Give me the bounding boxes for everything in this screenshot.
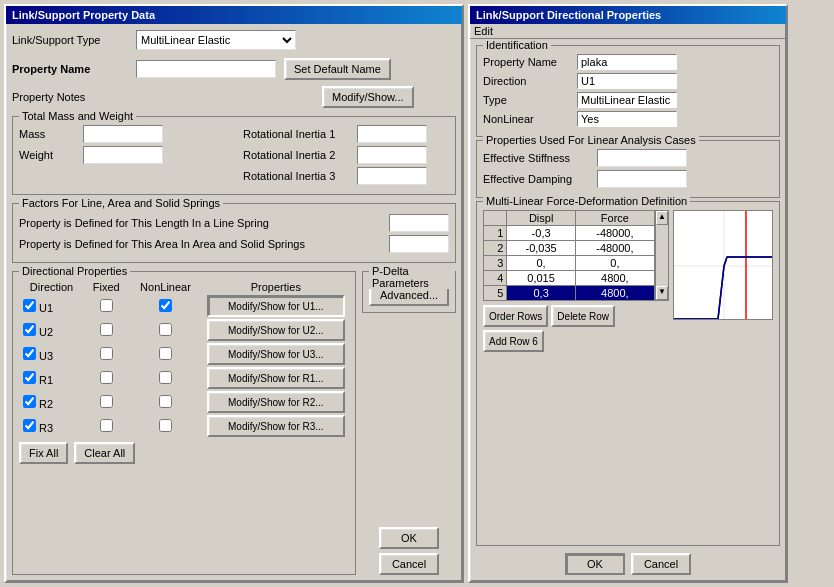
ml-row-num: 3 bbox=[484, 256, 507, 271]
nonlinear-check-U1[interactable] bbox=[159, 299, 172, 312]
factors-title: Factors For Line, Area and Solid Springs bbox=[19, 197, 223, 209]
fixed-check-R3[interactable] bbox=[100, 419, 113, 432]
nonlinear-check-U2[interactable] bbox=[159, 323, 172, 336]
ml-row-num: 5 bbox=[484, 286, 507, 301]
linear-analysis-title: Properties Used For Linear Analysis Case… bbox=[483, 134, 699, 146]
rot2-label: Rotational Inertia 2 bbox=[243, 149, 353, 161]
type-label: Link/Support Type bbox=[12, 34, 132, 46]
scroll-up-btn[interactable]: ▲ bbox=[656, 211, 668, 225]
scroll-down-btn[interactable]: ▼ bbox=[656, 286, 668, 300]
fixed-check-U1[interactable] bbox=[100, 299, 113, 312]
nonlinear-check-R2[interactable] bbox=[159, 395, 172, 408]
fixed-check-R2[interactable] bbox=[100, 395, 113, 408]
r-direction-label: Direction bbox=[483, 75, 573, 87]
dir-check-U1[interactable] bbox=[23, 299, 36, 312]
modify-show-U2-btn[interactable]: Modify/Show for U2... bbox=[207, 319, 345, 341]
dir-check-R3[interactable] bbox=[23, 419, 36, 432]
dir-label-R3: R3 bbox=[36, 422, 53, 434]
modify-show-R2-btn[interactable]: Modify/Show for R2... bbox=[207, 391, 345, 413]
ml-row-displ[interactable]: -0,035 bbox=[507, 241, 575, 256]
dir-label-U3: U3 bbox=[36, 350, 53, 362]
table-scrollbar[interactable]: ▲ ▼ bbox=[655, 210, 669, 301]
modify-show-U3-btn[interactable]: Modify/Show for U3... bbox=[207, 343, 345, 365]
area-spring-input[interactable]: 1. bbox=[389, 235, 449, 253]
r-type-value: MultiLinear Elastic bbox=[577, 92, 677, 108]
directional-title: Directional Properties bbox=[19, 265, 130, 277]
fixed-check-R1[interactable] bbox=[100, 371, 113, 384]
ml-row-displ[interactable]: 0,3 bbox=[507, 286, 575, 301]
modify-show-R1-btn[interactable]: Modify/Show for R1... bbox=[207, 367, 345, 389]
dir-check-U2[interactable] bbox=[23, 323, 36, 336]
rot3-input[interactable]: 0,01 bbox=[357, 167, 427, 185]
menu-bar[interactable]: Edit bbox=[470, 24, 786, 39]
stiffness-label: Effective Stiffness bbox=[483, 152, 593, 164]
modify-show-U1-btn[interactable]: Modify/Show for U1... bbox=[207, 295, 345, 317]
type-select[interactable]: MultiLinear Elastic Linear bbox=[136, 30, 296, 50]
right-cancel-btn[interactable]: Cancel bbox=[631, 553, 691, 575]
rot1-label: Rotational Inertia 1 bbox=[243, 128, 353, 140]
fixed-check-U3[interactable] bbox=[100, 347, 113, 360]
dir-label-R2: R2 bbox=[36, 398, 53, 410]
rot1-input[interactable]: 0,01 bbox=[357, 125, 427, 143]
stiffness-input[interactable]: 1.000E+11 bbox=[597, 149, 687, 167]
ml-row-force[interactable]: -48000, bbox=[575, 241, 654, 256]
ml-row-force[interactable]: 0, bbox=[575, 256, 654, 271]
fix-all-btn[interactable]: Fix All bbox=[19, 442, 68, 464]
modify-show-btn[interactable]: Modify/Show... bbox=[322, 86, 414, 108]
r-propname-label: Property Name bbox=[483, 56, 573, 68]
right-title-text: Link/Support Directional Properties bbox=[476, 9, 661, 21]
mass-input[interactable]: 0,01 bbox=[83, 125, 163, 143]
dir-check-R1[interactable] bbox=[23, 371, 36, 384]
dir-check-U3[interactable] bbox=[23, 347, 36, 360]
ml-col-displ: Displ bbox=[507, 211, 575, 226]
ml-row-displ[interactable]: 0, bbox=[507, 256, 575, 271]
nonlinear-check-R1[interactable] bbox=[159, 371, 172, 384]
left-cancel-btn[interactable]: Cancel bbox=[379, 553, 439, 575]
clear-all-btn[interactable]: Clear All bbox=[74, 442, 135, 464]
ml-row-force[interactable]: 4800, bbox=[575, 271, 654, 286]
ml-row-displ[interactable]: 0,015 bbox=[507, 271, 575, 286]
property-name-input[interactable]: plaka bbox=[136, 60, 276, 78]
property-notes-label: Property Notes bbox=[12, 91, 132, 103]
set-default-btn[interactable]: Set Default Name bbox=[284, 58, 391, 80]
ml-row-displ[interactable]: -0,3 bbox=[507, 226, 575, 241]
ml-col-num bbox=[484, 211, 507, 226]
weight-label: Weight bbox=[19, 149, 79, 161]
ml-col-force: Force bbox=[575, 211, 654, 226]
multilinear-table: Displ Force 1-0,3-48000,2-0,035-48000,30… bbox=[483, 210, 655, 301]
delete-row-btn[interactable]: Delete Row bbox=[551, 305, 615, 327]
r-type-label: Type bbox=[483, 94, 573, 106]
nonlinear-check-R3[interactable] bbox=[159, 419, 172, 432]
ml-row-num: 1 bbox=[484, 226, 507, 241]
dir-col-properties: Properties bbox=[203, 280, 349, 294]
fixed-check-U2[interactable] bbox=[100, 323, 113, 336]
chart-svg bbox=[674, 211, 773, 320]
ml-row-force[interactable]: 4800, bbox=[575, 286, 654, 301]
add-row-btn[interactable]: Add Row 6 bbox=[483, 330, 544, 352]
modify-show-R3-btn[interactable]: Modify/Show for R3... bbox=[207, 415, 345, 437]
property-name-label: Property Name bbox=[12, 63, 132, 75]
dir-label-U2: U2 bbox=[36, 326, 53, 338]
rot2-input[interactable]: 0,01 bbox=[357, 146, 427, 164]
ml-row-num: 4 bbox=[484, 271, 507, 286]
mass-weight-title: Total Mass and Weight bbox=[19, 110, 136, 122]
ml-row-force[interactable]: -48000, bbox=[575, 226, 654, 241]
edit-menu[interactable]: Edit bbox=[474, 25, 493, 37]
weight-input[interactable]: 0,01 bbox=[83, 146, 163, 164]
left-ok-btn[interactable]: OK bbox=[379, 527, 439, 549]
dir-check-R2[interactable] bbox=[23, 395, 36, 408]
right-ok-btn[interactable]: OK bbox=[565, 553, 625, 575]
left-title-text: Link/Support Property Data bbox=[12, 9, 155, 21]
r-nonlinear-value: Yes bbox=[577, 111, 677, 127]
rot3-label: Rotational Inertia 3 bbox=[243, 170, 353, 182]
nonlinear-check-U3[interactable] bbox=[159, 347, 172, 360]
ml-row-num: 2 bbox=[484, 241, 507, 256]
identification-title: Identification bbox=[483, 39, 551, 51]
r-nonlinear-label: NonLinear bbox=[483, 113, 573, 125]
damping-label: Effective Damping bbox=[483, 173, 593, 185]
line-spring-input[interactable]: 1. bbox=[389, 214, 449, 232]
dir-col-direction: Direction bbox=[19, 280, 84, 294]
damping-input[interactable]: 0, bbox=[597, 170, 687, 188]
dir-label-U1: U1 bbox=[36, 302, 53, 314]
order-rows-btn[interactable]: Order Rows bbox=[483, 305, 548, 327]
